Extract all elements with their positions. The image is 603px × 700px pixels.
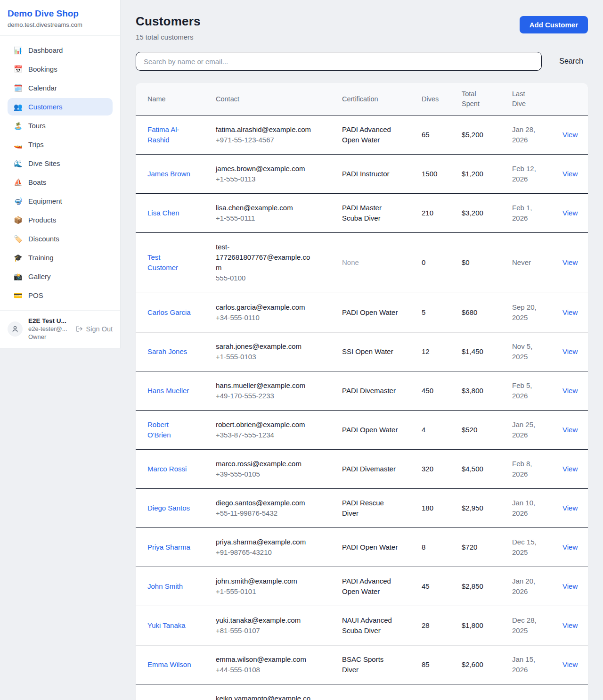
- customer-name-link[interactable]: Yuki Tanaka: [147, 620, 186, 631]
- customer-phone: +1-555-0103: [216, 352, 314, 362]
- customer-dives: 1500: [422, 155, 462, 194]
- customer-total-spent: $2,850: [462, 567, 512, 606]
- customer-total-spent: $1,200: [462, 155, 512, 194]
- customer-name-link[interactable]: John Smith: [147, 581, 183, 592]
- column-header-contact: Contact: [216, 83, 342, 115]
- customer-total-spent: $680: [462, 293, 512, 332]
- customer-name-link[interactable]: Hans Mueller: [147, 386, 189, 396]
- diving-mask-icon: 🤿: [14, 198, 22, 205]
- view-customer-link[interactable]: View: [562, 131, 578, 139]
- table-row: James Brown james.brown@example.com +1-5…: [136, 155, 588, 194]
- people-icon: 👥: [14, 103, 22, 110]
- sidebar-item-discounts[interactable]: 🏷️ Discounts: [8, 230, 113, 247]
- view-customer-link[interactable]: View: [562, 308, 578, 316]
- view-customer-link[interactable]: View: [562, 582, 578, 590]
- view-customer-link[interactable]: View: [562, 504, 578, 512]
- column-header-name: Name: [136, 83, 216, 115]
- customer-phone: +1-555-0113: [216, 174, 314, 184]
- sidebar-item-boats[interactable]: ⛵ Boats: [8, 173, 113, 191]
- customer-name-link[interactable]: Sarah Jones: [147, 346, 187, 357]
- customer-dives: 65: [422, 115, 462, 155]
- customer-name-link[interactable]: Marco Rossi: [147, 464, 187, 474]
- customer-total-spent: $2,600: [462, 645, 512, 684]
- view-customer-link[interactable]: View: [562, 660, 578, 668]
- customer-total-spent: $0: [462, 233, 512, 293]
- table-row: Diego Santos diego.santos@example.com +5…: [136, 488, 588, 527]
- customer-certification: PADI Master Scuba Diver: [342, 194, 422, 233]
- sign-out-label: Sign Out: [86, 325, 113, 333]
- customer-dives: 0: [422, 233, 462, 293]
- sidebar-item-calendar[interactable]: 🗓️ Calendar: [8, 79, 113, 97]
- credit-card-icon: 💳: [14, 292, 22, 299]
- sidebar: Demo Dive Shop demo.test.divestreams.com…: [0, 0, 121, 348]
- sidebar-item-trips[interactable]: 🚤 Trips: [8, 136, 113, 153]
- view-customer-link[interactable]: View: [562, 465, 578, 473]
- customer-certification: PADI Advanced Open Water: [342, 115, 422, 155]
- customer-name-link[interactable]: Test Customer: [147, 252, 192, 273]
- customer-dives: 45: [422, 567, 462, 606]
- view-customer-link[interactable]: View: [562, 387, 578, 395]
- sidebar-item-equipment[interactable]: 🤿 Equipment: [8, 192, 113, 210]
- customer-dives: 180: [422, 488, 462, 527]
- customer-phone: +81-555-0107: [216, 626, 314, 636]
- search-button[interactable]: Search: [554, 54, 588, 68]
- speedboat-icon: 🚤: [14, 141, 22, 148]
- camera-icon: 📸: [14, 273, 22, 280]
- sign-out-button[interactable]: Sign Out: [76, 325, 113, 333]
- customer-name-link[interactable]: Fatima Al-Rashid: [147, 124, 192, 145]
- customer-name-link[interactable]: Carlos Garcia: [147, 307, 191, 318]
- customer-dives: 5: [422, 293, 462, 332]
- sidebar-item-dashboard[interactable]: 📊 Dashboard: [8, 41, 113, 59]
- customer-email: diego.santos@example.com: [216, 498, 314, 508]
- customer-name-link[interactable]: Lisa Chen: [147, 208, 179, 218]
- table-row: Carlos Garcia carlos.garcia@example.com …: [136, 293, 588, 332]
- add-customer-button[interactable]: Add Customer: [520, 16, 588, 33]
- column-header-last-dive: Last Dive: [512, 83, 562, 115]
- package-icon: 📦: [14, 216, 22, 223]
- customer-last-dive: Jan 28, 2026: [512, 115, 562, 155]
- user-box: E2E Test U... e2e-tester@... Owner Sign …: [0, 310, 120, 348]
- view-customer-link[interactable]: View: [562, 347, 578, 355]
- customer-dives: 450: [422, 371, 462, 410]
- sidebar-item-dive-sites[interactable]: 🌊 Dive Sites: [8, 155, 113, 172]
- customer-certification: PADI Divemaster: [342, 449, 422, 488]
- user-meta: E2E Test U... e2e-tester@... Owner: [28, 317, 70, 340]
- column-header-certification: Certification: [342, 83, 422, 115]
- customer-total-spent: $1,800: [462, 606, 512, 645]
- view-customer-link[interactable]: View: [562, 209, 578, 217]
- customer-certification: PADI Open Water: [342, 293, 422, 332]
- customer-name-link[interactable]: Emma Wilson: [147, 659, 191, 670]
- customer-name-link[interactable]: Robert O'Brien: [147, 420, 192, 440]
- sidebar-item-training[interactable]: 🎓 Training: [8, 249, 113, 266]
- sidebar-item-bookings[interactable]: 📅 Bookings: [8, 60, 113, 78]
- customer-certification: NAUI Advanced Scuba Diver: [342, 606, 422, 645]
- sidebar-item-tours[interactable]: 🏝️ Tours: [8, 117, 113, 134]
- customer-last-dive: Feb 5, 2026: [512, 371, 562, 410]
- bar-chart-icon: 📊: [14, 47, 22, 54]
- customer-last-dive: Never: [512, 233, 562, 293]
- customer-total-spent: $520: [462, 410, 512, 449]
- view-customer-link[interactable]: View: [562, 426, 578, 434]
- customer-last-dive: Sep 20, 2025: [512, 293, 562, 332]
- customer-name-link[interactable]: Priya Sharma: [147, 542, 190, 552]
- sidebar-item-products[interactable]: 📦 Products: [8, 211, 113, 229]
- view-customer-link[interactable]: View: [562, 170, 578, 178]
- customer-phone: +34-555-0110: [216, 313, 314, 323]
- customer-name-link[interactable]: Diego Santos: [147, 503, 190, 513]
- customer-total-spent: $4,500: [462, 449, 512, 488]
- customer-email: emma.wilson@example.com: [216, 654, 314, 665]
- sidebar-item-customers[interactable]: 👥 Customers: [8, 98, 113, 115]
- view-customer-link[interactable]: View: [562, 543, 578, 551]
- view-customer-link[interactable]: View: [562, 258, 578, 266]
- customer-phone: +353-87-555-1234: [216, 430, 314, 440]
- search-input[interactable]: [136, 52, 542, 71]
- avatar: [8, 321, 23, 337]
- view-customer-link[interactable]: View: [562, 621, 578, 629]
- table-row: Hans Mueller hans.mueller@example.com +4…: [136, 371, 588, 410]
- sidebar-item-gallery[interactable]: 📸 Gallery: [8, 268, 113, 285]
- customer-last-dive: Feb 1, 2026: [512, 194, 562, 233]
- customer-email: john.smith@example.com: [216, 576, 314, 586]
- customer-name-link[interactable]: James Brown: [147, 169, 190, 179]
- island-icon: 🏝️: [14, 122, 22, 129]
- sidebar-item-pos[interactable]: 💳 POS: [8, 287, 113, 304]
